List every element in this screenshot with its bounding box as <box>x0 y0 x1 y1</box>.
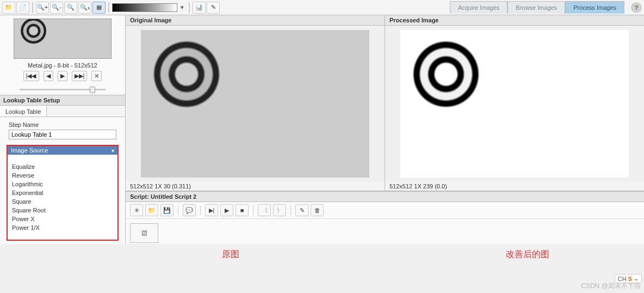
original-header: Original Image <box>126 15 385 26</box>
frame-slider[interactable] <box>19 86 106 89</box>
divider <box>32 2 33 13</box>
edit-step-icon[interactable]: ✎ <box>295 204 308 216</box>
listbox-header-label: Image Source <box>11 147 48 154</box>
processed-status: 512x512 1X 239 (0.0) <box>385 182 644 191</box>
ime-sogou-icon: S <box>628 276 632 282</box>
tab-browse[interactable]: Browse Images <box>507 1 565 14</box>
zoom-1-1-icon[interactable]: 🔍₁ <box>78 2 91 14</box>
zoom-fit-icon[interactable]: 🔍 <box>64 2 77 14</box>
run-once-icon[interactable]: ▶| <box>205 204 218 216</box>
listbox-header[interactable]: Image Source ▾ <box>8 146 117 155</box>
zoom-in-icon[interactable]: 🔍+ <box>36 2 49 14</box>
zoom-out-icon[interactable]: 🔍- <box>50 2 63 14</box>
save-file-icon[interactable]: 📄 <box>16 2 29 14</box>
gradient-dropdown-icon[interactable]: ▾ <box>178 2 186 14</box>
step-back-icon[interactable]: 〈 <box>258 204 271 216</box>
original-status: 512x512 1X 30 (0.311) <box>126 182 385 191</box>
comment-icon[interactable]: 💬 <box>183 204 196 216</box>
left-panel: Metal.jpg - 8-bit - 512x512 |◀◀ ◀ ▶ ▶▶| … <box>0 15 126 244</box>
script-panel: Script: Untitled Script 2 ✳ 📁 💾 💬 ▶| ▶ ■… <box>126 191 644 244</box>
ime-lang: CH <box>618 276 627 282</box>
list-item[interactable]: Logarithmic <box>8 180 117 188</box>
image-thumbnail[interactable] <box>14 19 112 59</box>
help-icon[interactable]: ? <box>631 2 642 13</box>
script-step-thumbnail[interactable]: 🖼 <box>130 223 158 243</box>
list-item[interactable]: Power 1/X <box>8 223 117 232</box>
setup-header: Lookup Table Setup <box>0 95 125 106</box>
last-frame-button[interactable]: ▶▶| <box>72 71 88 81</box>
mode-tabs: Acquire Images Browse Images Process Ima… <box>450 1 624 14</box>
main-area: Metal.jpg - 8-bit - 512x512 |◀◀ ◀ ▶ ▶▶| … <box>0 15 644 244</box>
lut-gradient[interactable] <box>112 3 177 12</box>
stop-icon[interactable]: ■ <box>236 204 249 216</box>
histogram-icon[interactable]: 📊 <box>193 2 206 14</box>
first-frame-button[interactable]: |◀◀ <box>23 71 39 81</box>
selection-tool-icon[interactable]: ▦ <box>92 2 106 14</box>
step-name-field: Step Name <box>5 117 120 139</box>
list-item[interactable]: Square Root <box>8 206 117 215</box>
list-item[interactable]: Square <box>8 197 117 206</box>
processed-image-viewport[interactable] <box>385 26 644 182</box>
save-script-icon[interactable]: 💾 <box>160 204 174 216</box>
original-image-viewport[interactable] <box>126 26 385 182</box>
step-name-input[interactable] <box>9 130 116 139</box>
annotation-processed: 改善后的图 <box>506 249 549 260</box>
list-item[interactable]: Exponential <box>8 188 117 197</box>
step-forward-icon[interactable]: 〉 <box>273 204 286 216</box>
divider <box>108 2 109 13</box>
processed-image-panel: Processed Image 512x512 1X 239 (0.0) <box>385 15 644 191</box>
divider <box>178 205 178 215</box>
loop-button[interactable]: ⤨ <box>91 71 102 81</box>
divider <box>189 2 190 13</box>
divider <box>253 205 253 215</box>
script-steps: 🖼 <box>126 219 644 244</box>
watermark: CSDN @周末不下雨 <box>581 282 641 291</box>
image-source-listbox: Image Source ▾ Equalize Reverse Logarith… <box>7 145 119 241</box>
tab-lookup-table[interactable]: Lookup Table <box>0 106 47 117</box>
chevron-down-icon: ▾ <box>112 148 114 154</box>
main-toolbar: 📁 📄 🔍+ 🔍- 🔍 🔍₁ ▦ ▾ 📊 ✎ Acquire Images Br… <box>0 0 644 15</box>
setup-tabs: Lookup Table <box>0 106 125 117</box>
tab-process[interactable]: Process Images <box>565 1 624 14</box>
divider <box>200 205 201 215</box>
brightness-icon[interactable]: ✎ <box>207 2 220 14</box>
tab-acquire[interactable]: Acquire Images <box>450 1 507 14</box>
list-item[interactable]: Power X <box>8 215 117 223</box>
list-item[interactable]: Equalize <box>8 162 117 171</box>
open-script-icon[interactable]: 📁 <box>145 204 158 216</box>
new-script-icon[interactable]: ✳ <box>130 204 143 216</box>
play-button[interactable]: ▶ <box>58 71 67 81</box>
step-name-label: Step Name <box>9 121 116 128</box>
run-icon[interactable]: ▶ <box>220 204 233 216</box>
prev-frame-button[interactable]: ◀ <box>44 71 53 81</box>
processed-header: Processed Image <box>385 15 644 26</box>
annotation-original: 原图 <box>222 249 239 260</box>
script-toolbar: ✳ 📁 💾 💬 ▶| ▶ ■ 〈 〉 ✎ 🗑 <box>126 202 644 219</box>
content-panel: Original Image 512x512 1X 30 (0.311) Pro… <box>126 15 644 244</box>
delete-step-icon[interactable]: 🗑 <box>311 204 324 216</box>
open-file-icon[interactable]: 📁 <box>2 2 15 14</box>
script-header: Script: Untitled Script 2 <box>126 192 644 202</box>
list-item[interactable]: Reverse <box>8 171 117 180</box>
thumbnail-info: Metal.jpg - 8-bit - 512x512 <box>5 62 120 69</box>
divider <box>290 205 291 215</box>
playback-controls: |◀◀ ◀ ▶ ▶▶| ⤨ <box>5 71 120 81</box>
original-image-panel: Original Image 512x512 1X 30 (0.311) <box>126 15 385 191</box>
slider-thumb[interactable] <box>90 87 95 93</box>
image-viewer-row: Original Image 512x512 1X 30 (0.311) Pro… <box>126 15 644 191</box>
